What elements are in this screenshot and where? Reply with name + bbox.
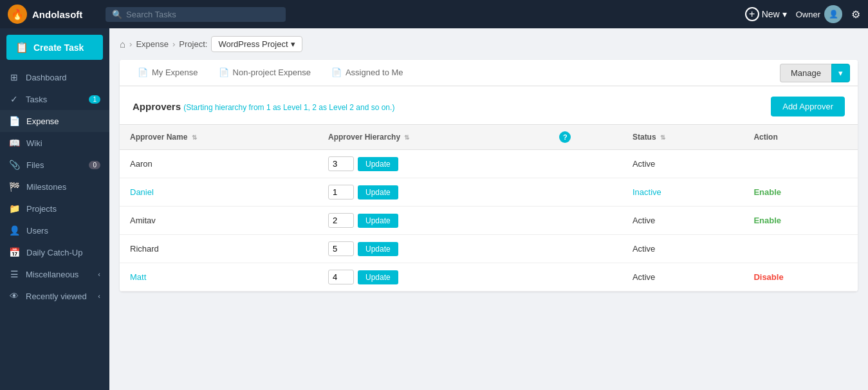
hierarchy-input[interactable] [328, 270, 354, 284]
hierarchy-input[interactable] [328, 213, 354, 228]
project-name: WordPress Project [218, 39, 288, 49]
sidebar-item-expense[interactable]: 📄 Expense [0, 110, 109, 132]
table-row: AaronUpdateActive [120, 150, 858, 178]
sidebar-label-projects: Projects [26, 204, 57, 214]
col-action-label: Action [753, 133, 777, 142]
sidebar-item-dashboard[interactable]: ⊞ Dashboard [0, 66, 109, 88]
users-icon: 👤 [9, 225, 20, 236]
owner-section: Owner 👤 [796, 5, 842, 23]
new-button[interactable]: + New ▾ [745, 7, 787, 21]
approver-name-link[interactable]: Matt [130, 272, 146, 282]
sidebar-item-recently-viewed[interactable]: 👁 Recently viewed ‹ [0, 285, 109, 307]
sidebar-item-tasks[interactable]: ✓ Tasks 1 [0, 88, 109, 110]
sidebar-item-milestones[interactable]: 🏁 Milestones [0, 176, 109, 198]
search-box[interactable]: 🔍 [106, 7, 286, 22]
breadcrumb-sep1: › [129, 39, 132, 49]
col-help: ? [549, 125, 622, 150]
expense-icon: 📄 [9, 116, 20, 126]
approver-hierarchy-cell: Update [318, 207, 549, 235]
hierarchy-input[interactable] [328, 241, 354, 256]
sidebar-item-miscellaneous[interactable]: ☰ Miscellaneous ‹ [0, 263, 109, 285]
files-badge: 0 [89, 161, 100, 169]
gear-icon[interactable]: ⚙ [851, 8, 860, 21]
sidebar-nav: ⊞ Dashboard ✓ Tasks 1 📄 Expense 📖 Wiki 📎… [0, 66, 109, 390]
breadcrumb: ⌂ › Expense › Project: WordPress Project… [109, 28, 868, 60]
search-icon: 🔍 [112, 10, 122, 19]
sidebar-item-projects[interactable]: 📁 Projects [0, 198, 109, 219]
approvers-table: Approver Name ⇅ Approver Hierarchy ⇅ ? S… [120, 124, 858, 292]
main-panel: 📄 My Expense 📄 Non-project Expense 📄 Ass… [120, 60, 858, 292]
hierarchy-input[interactable] [328, 156, 354, 171]
project-dropdown-chevron-icon: ▾ [291, 39, 295, 49]
create-task-icon: 📋 [15, 41, 28, 53]
approvers-title: Approvers (Starting hierarchy from 1 as … [133, 101, 394, 112]
my-expense-tab-icon: 📄 [138, 68, 148, 77]
breadcrumb-project-label: Project: [179, 39, 207, 49]
sidebar-label-wiki: Wiki [26, 138, 42, 148]
files-icon: 📎 [9, 160, 20, 170]
update-button[interactable]: Update [358, 214, 398, 228]
project-dropdown[interactable]: WordPress Project ▾ [211, 36, 302, 52]
approver-name-cell: Matt [120, 263, 318, 292]
approvers-title-text: Approvers [133, 101, 181, 112]
sidebar-item-wiki[interactable]: 📖 Wiki [0, 132, 109, 154]
milestones-icon: 🏁 [9, 181, 20, 192]
help-icon[interactable]: ? [559, 131, 571, 143]
status-cell: Active [622, 207, 743, 235]
update-button[interactable]: Update [358, 270, 398, 284]
manage-dropdown-button[interactable]: ▾ [831, 64, 850, 82]
empty-cell [549, 150, 622, 178]
tab-label-non-project: Non-project Expense [233, 68, 311, 77]
approver-name-cell: Amitav [120, 207, 318, 235]
breadcrumb-expense[interactable]: Expense [136, 39, 169, 49]
sidebar-label-expense: Expense [26, 116, 59, 126]
col-approver-name-sort-icon[interactable]: ⇅ [192, 134, 197, 141]
assigned-tab-icon: 📄 [331, 68, 342, 77]
recently-viewed-chevron-icon: ‹ [98, 292, 100, 300]
daily-catchup-icon: 📅 [9, 247, 20, 257]
owner-label: Owner [796, 10, 820, 19]
update-button[interactable]: Update [358, 242, 398, 256]
add-approver-button[interactable]: Add Approver [771, 97, 845, 116]
manage-button[interactable]: Manage [780, 64, 831, 82]
tabs-bar: 📄 My Expense 📄 Non-project Expense 📄 Ass… [120, 60, 858, 86]
col-status-label: Status [633, 133, 656, 142]
update-button[interactable]: Update [358, 157, 398, 171]
update-button[interactable]: Update [358, 185, 398, 200]
col-hierarchy-sort-icon[interactable]: ⇅ [404, 134, 409, 141]
empty-cell [549, 263, 622, 292]
action-cell[interactable]: Enable [743, 207, 858, 235]
action-cell[interactable]: Disable [743, 263, 858, 292]
table-row: RichardUpdateActive [120, 235, 858, 263]
sidebar-label-tasks: Tasks [26, 95, 47, 104]
table-header: Approver Name ⇅ Approver Hierarchy ⇅ ? S… [120, 125, 858, 150]
action-cell [743, 235, 858, 263]
sidebar-item-files[interactable]: 📎 Files 0 [0, 154, 109, 176]
sidebar-item-daily-catchup[interactable]: 📅 Daily Catch-Up [0, 241, 109, 263]
approver-hierarchy-cell: Update [318, 178, 549, 207]
sidebar-label-daily-catchup: Daily Catch-Up [26, 248, 82, 257]
content-area: ⌂ › Expense › Project: WordPress Project… [109, 28, 868, 390]
hierarchy-input[interactable] [328, 185, 354, 200]
sidebar-item-users[interactable]: 👤 Users [0, 219, 109, 241]
col-action: Action [743, 125, 858, 150]
action-cell[interactable]: Enable [743, 178, 858, 207]
sidebar-label-files: Files [26, 160, 44, 170]
status-cell: Active [622, 235, 743, 263]
approver-name-cell: Aaron [120, 150, 318, 178]
miscellaneous-chevron-icon: ‹ [98, 270, 100, 278]
status-cell: Active [622, 150, 743, 178]
tab-assigned-to-me[interactable]: 📄 Assigned to Me [321, 60, 414, 86]
topbar: 🔥 Andolasoft 🔍 + New ▾ Owner 👤 ⚙ [0, 0, 868, 28]
new-label: New [762, 9, 780, 19]
tab-non-project-expense[interactable]: 📄 Non-project Expense [208, 60, 321, 86]
create-task-button[interactable]: 📋 Create Task [6, 35, 103, 60]
col-status-sort-icon[interactable]: ⇅ [660, 134, 665, 141]
breadcrumb-sep2: › [172, 39, 175, 49]
tab-my-expense[interactable]: 📄 My Expense [127, 60, 208, 86]
approvers-title-block: Approvers (Starting hierarchy from 1 as … [133, 101, 394, 112]
home-icon[interactable]: ⌂ [120, 39, 125, 50]
search-input[interactable] [126, 10, 279, 19]
col-approver-hierarchy: Approver Hierarchy ⇅ [318, 125, 549, 150]
approver-name-link[interactable]: Daniel [130, 187, 154, 197]
